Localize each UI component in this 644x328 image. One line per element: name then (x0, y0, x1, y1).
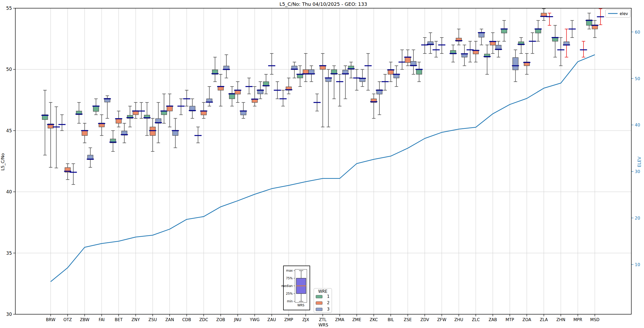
station-label: OTZ (63, 317, 72, 322)
median-line (450, 53, 457, 54)
station-label: ZFW (437, 317, 446, 322)
boxplot-wre3 (189, 99, 196, 118)
median-line (523, 62, 530, 63)
median-line (251, 99, 258, 100)
wre-item-label: 1 (327, 294, 330, 299)
station-label: ZNY (132, 317, 140, 322)
station-label: ZSE (404, 317, 412, 322)
station-label: MTP (506, 317, 514, 322)
median-line (308, 73, 315, 74)
boxplot-wre2 (98, 115, 105, 136)
boxplot-wre3 (410, 50, 417, 74)
boxplot-wre2 (591, 20, 598, 38)
boxplot-wre2 (540, 9, 547, 20)
median-line (194, 135, 202, 136)
left-tick-label: 55 (6, 6, 12, 11)
station-label: BET (115, 317, 123, 322)
boxplot-wre3 (478, 29, 485, 45)
median-line (183, 98, 190, 99)
median-line (597, 16, 604, 17)
left-tick-label: 45 (6, 128, 12, 133)
median-line (155, 122, 162, 123)
median-line (546, 16, 553, 17)
boxplot-wre2 (336, 74, 343, 106)
median-line (138, 111, 145, 112)
inset-label-median: median (281, 284, 293, 288)
median-line (563, 44, 570, 45)
median-line (279, 98, 287, 99)
median-line (115, 118, 122, 119)
figure: 555045403530605040302010BRWOTZZBWFAIBETZ… (0, 0, 644, 328)
boxplot-wre2 (455, 29, 462, 45)
inset-label-75: 75% (286, 276, 293, 280)
inset-label-25: 25% (286, 292, 293, 295)
median-line (438, 44, 445, 45)
right-tick-label: 50 (635, 76, 640, 81)
boxplot-wre3 (359, 69, 366, 86)
median-line (53, 126, 60, 127)
median-line (495, 49, 502, 50)
median-line (234, 90, 241, 91)
boxplot-wre2 (370, 94, 377, 119)
median-line (121, 134, 128, 135)
boxplot-wre1 (194, 127, 202, 143)
station-label: ZME (352, 317, 361, 322)
boxplot-wre1 (484, 45, 491, 74)
median-line (336, 81, 343, 82)
median-line (489, 41, 496, 42)
station-label: ZOB (216, 317, 225, 322)
boxplot-wre3 (138, 102, 145, 118)
median-line (166, 106, 173, 107)
boxplot-wre2 (353, 69, 360, 90)
station-label: ZDC (199, 317, 208, 322)
boxplot-wre1 (501, 20, 508, 41)
boxplot-wre1 (279, 90, 287, 106)
median-line (552, 37, 559, 38)
boxplot-wre3 (393, 66, 400, 87)
median-line (76, 114, 83, 115)
wre-swatch-1 (316, 295, 322, 298)
right-tick-label: 60 (635, 30, 640, 35)
right-tick-label: 20 (635, 216, 640, 221)
boxplot-wre2 (81, 123, 88, 143)
median-line (70, 172, 77, 173)
median-line (98, 123, 105, 124)
boxplot-wre1 (92, 99, 100, 115)
boxplot-wre1 (109, 131, 116, 152)
boxplot-wre3 (376, 82, 383, 115)
boxplot-wre1 (466, 41, 474, 62)
boxplot-wre2 (200, 102, 207, 118)
station-label: BIL (388, 317, 394, 322)
median-line (143, 117, 151, 118)
boxplot-wre3 (597, 9, 604, 25)
station-label: JNU (234, 317, 241, 322)
boxplot-wre1 (517, 38, 525, 53)
right-tick-label: 10 (635, 262, 640, 267)
station-label: BRW (46, 317, 55, 322)
axes-ticks: 555045403530605040302010BRWOTZZBWFAIBETZ… (6, 6, 640, 322)
boxplot-wre2 (319, 53, 326, 127)
plot-border (15, 8, 631, 314)
boxplot-wre3 (53, 107, 60, 168)
median-line (274, 90, 281, 91)
left-tick-label: 50 (6, 67, 12, 72)
median-line (427, 44, 434, 45)
station-label: ZMP (284, 317, 293, 322)
boxplot-wre2 (404, 50, 411, 66)
boxplot-wre3 (240, 102, 247, 118)
boxplot-wre1 (348, 62, 355, 78)
boxplot-wre1 (432, 41, 440, 57)
median-line (325, 78, 332, 79)
median-line (529, 41, 536, 42)
station-label: ZJX (302, 317, 309, 322)
median-line (410, 65, 417, 66)
boxplot-wre2 (557, 38, 564, 66)
station-label: ZLA (540, 317, 548, 322)
right-axis-label: ELEV (637, 157, 642, 167)
station-label: ZAB (489, 317, 497, 322)
wre-legend: WRE 123 (314, 288, 332, 313)
median-line (263, 85, 270, 86)
boxplot-wre3 (104, 96, 111, 119)
station-label: ZHN (556, 317, 565, 322)
boxplot-wre2 (285, 78, 292, 94)
